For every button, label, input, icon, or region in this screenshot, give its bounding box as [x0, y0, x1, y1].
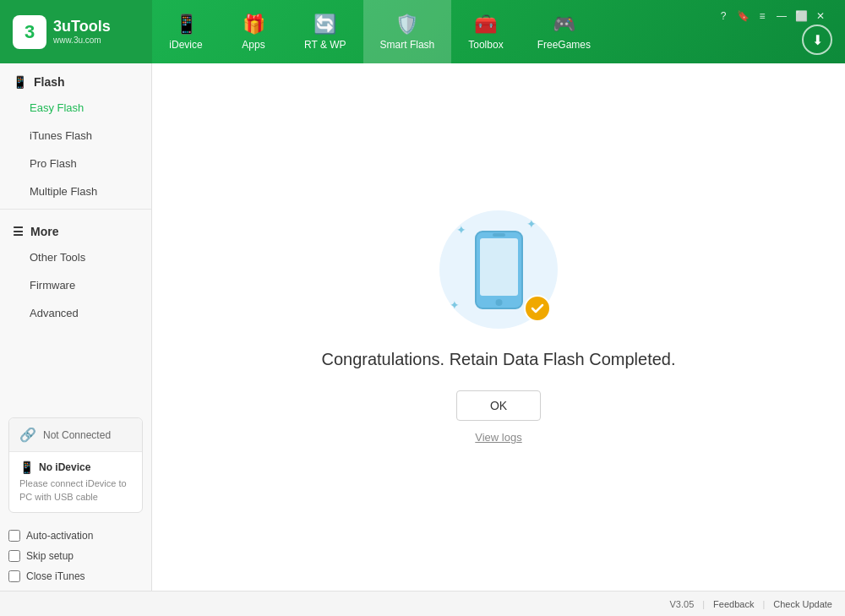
no-idevice-desc: Please connect iDevice to PC with USB ca…: [19, 477, 132, 504]
not-connected-label: Not Connected: [43, 429, 111, 441]
phone-svg: [472, 230, 526, 310]
skip-setup-checkbox[interactable]: Skip setup: [8, 546, 143, 566]
nav-rt-wp[interactable]: 🔄 RT & WP: [287, 0, 363, 63]
nav-idevice[interactable]: 📱 iDevice: [152, 0, 220, 63]
check-icon: [530, 301, 545, 316]
check-badge: [524, 295, 551, 322]
rt-wp-icon: 🔄: [313, 14, 336, 35]
freegames-icon: 🎮: [553, 14, 575, 35]
skip-setup-label: Skip setup: [26, 550, 74, 562]
auto-activation-input[interactable]: [8, 530, 20, 542]
nav-smart-flash-label: Smart Flash: [380, 39, 435, 51]
svg-rect-2: [493, 233, 505, 237]
minimize-button[interactable]: —: [774, 8, 789, 24]
sidebar: 📱 Flash Easy Flash iTunes Flash Pro Flas…: [0, 63, 152, 591]
maximize-button[interactable]: ⬜: [793, 8, 809, 24]
sidebar-easy-flash[interactable]: Easy Flash: [0, 94, 151, 122]
auto-activation-checkbox[interactable]: Auto-activation: [8, 526, 143, 546]
sidebar-multiple-flash[interactable]: Multiple Flash: [0, 177, 151, 205]
content-area: ✦ ✦ ✦ Congratulations. Reta: [152, 63, 845, 591]
congratulations-text: Congratulations. Retain Data Flash Compl…: [321, 350, 675, 369]
sparkle-2: ✦: [526, 217, 537, 231]
nav-apps-label: Apps: [242, 39, 264, 51]
close-itunes-label: Close iTunes: [26, 570, 85, 582]
sidebar-itunes-flash[interactable]: iTunes Flash: [0, 122, 151, 150]
main-container: 📱 Flash Easy Flash iTunes Flash Pro Flas…: [0, 63, 845, 591]
flash-section-header: 📱 Flash: [0, 63, 151, 94]
logo-title: 3uTools: [53, 19, 111, 35]
auto-activation-label: Auto-activation: [26, 530, 93, 542]
svg-point-3: [495, 299, 502, 306]
sparkle-1: ✦: [456, 223, 466, 237]
close-itunes-checkbox[interactable]: Close iTunes: [8, 566, 143, 586]
no-idevice-header: 📱 No iDevice: [19, 461, 132, 474]
svg-rect-1: [480, 238, 518, 296]
sidebar-divider: [0, 209, 151, 210]
idevice-icon: 📱: [175, 14, 198, 35]
logo-letter: 3: [25, 21, 35, 43]
skip-setup-input[interactable]: [8, 550, 20, 562]
help-button[interactable]: ?: [716, 8, 731, 24]
phone-illustration: ✦ ✦ ✦: [439, 210, 558, 329]
phone-bg-circle: ✦ ✦ ✦: [439, 210, 558, 329]
sparkle-3: ✦: [450, 298, 460, 312]
sidebar-pro-flash[interactable]: Pro Flash: [0, 150, 151, 177]
not-connected-area: 🔗 Not Connected 📱 No iDevice Please conn…: [8, 417, 143, 513]
logo-box: 3: [13, 15, 46, 49]
nav-freegames[interactable]: 🎮 FreeGames: [521, 0, 608, 63]
nav-apps[interactable]: 🎁 Apps: [220, 0, 287, 63]
bookmark-button[interactable]: 🔖: [735, 8, 750, 24]
logo-sub: www.3u.com: [53, 35, 111, 45]
no-idevice-label: No iDevice: [39, 461, 90, 473]
close-button[interactable]: ✕: [813, 8, 828, 24]
sidebar-firmware[interactable]: Firmware: [0, 271, 151, 299]
download-button[interactable]: ⬇: [802, 25, 832, 55]
nav-freegames-label: FreeGames: [537, 39, 591, 51]
sep-1: |: [702, 599, 705, 609]
sidebar-other-tools[interactable]: Other Tools: [0, 243, 151, 271]
no-idevice-area: 📱 No iDevice Please connect iDevice to P…: [9, 451, 142, 512]
not-connected-icon: 🔗: [19, 427, 36, 443]
no-idevice-icon: 📱: [19, 461, 34, 474]
window-controls: ? 🔖 ≡ — ⬜ ✕: [707, 8, 837, 24]
title-bar: 3 3uTools www.3u.com 📱 iDevice 🎁 Apps 🔄 …: [0, 0, 845, 63]
ok-button[interactable]: OK: [456, 390, 541, 421]
view-logs-link[interactable]: View logs: [475, 431, 521, 444]
download-icon: ⬇: [812, 32, 823, 48]
nav-smart-flash[interactable]: 🛡️ Smart Flash: [363, 0, 452, 63]
apps-icon: 🎁: [243, 14, 265, 35]
sidebar-advanced[interactable]: Advanced: [0, 299, 151, 327]
nav-toolbox[interactable]: 🧰 Toolbox: [451, 0, 520, 63]
more-section-label: More: [30, 225, 58, 238]
smart-flash-icon: 🛡️: [395, 14, 418, 35]
flash-section-label: Flash: [34, 75, 65, 89]
nav-idevice-label: iDevice: [169, 39, 202, 51]
toolbox-icon: 🧰: [474, 14, 497, 35]
more-section-icon: ☰: [13, 225, 24, 238]
check-update-link[interactable]: Check Update: [773, 599, 832, 609]
logo-text: 3uTools www.3u.com: [53, 19, 111, 45]
version-label: V3.05: [670, 599, 695, 609]
checkbox-area: Auto-activation Skip setup Close iTunes: [0, 521, 151, 591]
nav-toolbox-label: Toolbox: [468, 39, 503, 51]
flash-section-icon: 📱: [13, 75, 27, 89]
logo-area: 3 3uTools www.3u.com: [0, 0, 152, 63]
close-itunes-input[interactable]: [8, 570, 20, 582]
status-bar: V3.05 | Feedback | Check Update: [0, 591, 845, 616]
not-connected-header: 🔗 Not Connected: [9, 418, 142, 451]
more-section-header: ☰ More: [0, 213, 151, 243]
nav-rt-wp-label: RT & WP: [304, 39, 346, 51]
menu-button[interactable]: ≡: [755, 8, 770, 24]
sep-2: |: [762, 599, 765, 609]
feedback-link[interactable]: Feedback: [713, 599, 754, 609]
